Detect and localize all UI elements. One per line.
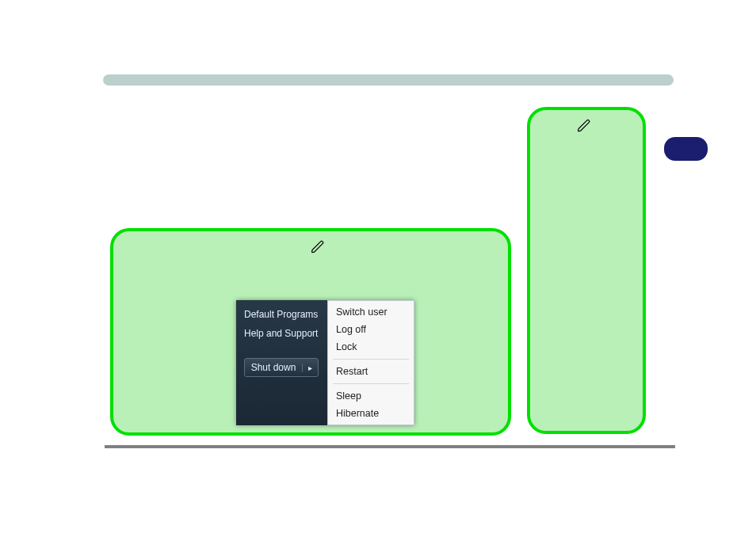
shutdown-arrow-icon[interactable]: ▸	[302, 364, 318, 372]
bottom-bar	[105, 445, 675, 448]
start-item-help-and-support[interactable]: Help and Support	[244, 328, 327, 339]
shutdown-submenu: Switch user Log off Lock Restart Sleep H…	[327, 300, 414, 425]
blue-pill[interactable]	[664, 137, 708, 161]
menu-divider	[333, 359, 409, 360]
start-menu: Default Programs Help and Support Shut d…	[236, 300, 414, 425]
main-panel: Default Programs Help and Support Shut d…	[110, 228, 511, 436]
menu-lock[interactable]: Lock	[336, 341, 406, 353]
menu-switch-user[interactable]: Switch user	[336, 306, 406, 318]
menu-divider	[333, 383, 409, 384]
start-menu-left: Default Programs Help and Support Shut d…	[236, 300, 327, 425]
menu-log-off[interactable]: Log off	[336, 323, 406, 336]
menu-sleep[interactable]: Sleep	[336, 390, 406, 402]
pencil-icon	[577, 119, 591, 133]
pencil-icon	[311, 240, 325, 254]
shutdown-label: Shut down	[245, 362, 302, 373]
menu-restart[interactable]: Restart	[336, 365, 406, 378]
right-panel	[527, 107, 646, 434]
top-bar	[103, 74, 674, 86]
start-item-default-programs[interactable]: Default Programs	[244, 309, 327, 320]
shutdown-button[interactable]: Shut down ▸	[244, 358, 319, 377]
menu-hibernate[interactable]: Hibernate	[336, 407, 406, 420]
